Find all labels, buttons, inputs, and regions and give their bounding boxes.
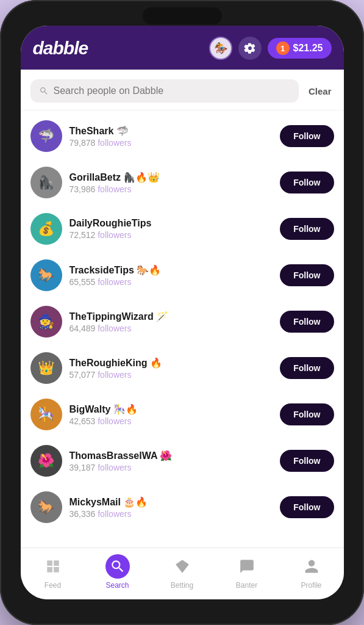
follow-button[interactable]: Follow (280, 450, 334, 472)
bottom-nav: Feed Search Betting Banter Profile (21, 547, 344, 599)
follow-button[interactable]: Follow (280, 125, 334, 147)
avatar: 🦍 (30, 167, 62, 198)
avatar: 💰 (30, 213, 62, 245)
phone-notch (143, 7, 222, 24)
nav-item-profile[interactable]: Profile (279, 554, 344, 590)
followers-label: followers (98, 323, 131, 333)
nav-icon (41, 554, 65, 579)
username: ThomasBrasselWA 🌺 (70, 450, 273, 461)
user-item: 👑 TheRoughieKing 🔥 57,077 followers Foll… (21, 345, 344, 391)
nav-item-betting[interactable]: Betting (150, 554, 215, 590)
nav-icon (299, 554, 324, 579)
user-item: 🦈 TheShark 🦈 79,878 followers Follow (21, 113, 344, 159)
user-item: 🌺 ThomasBrasselWA 🌺 39,187 followers Fol… (21, 438, 344, 484)
nav-label: Search (105, 581, 129, 590)
avatar: 🐎 (30, 491, 62, 523)
followers-count: 57,077 followers (70, 370, 273, 380)
follow-button[interactable]: Follow (280, 496, 334, 518)
username: TheRoughieKing 🔥 (70, 357, 273, 369)
user-info: TracksideTips 🐎🔥 65,555 followers (70, 264, 273, 287)
header-right: 🏇 1 $21.25 (209, 37, 332, 60)
search-bar: Clear (21, 70, 344, 110)
followers-label: followers (98, 509, 131, 519)
user-list: 🦈 TheShark 🦈 79,878 followers Follow 🦍 G… (21, 110, 344, 547)
username: TracksideTips 🐎🔥 (70, 264, 273, 276)
main-content: Clear 🦈 TheShark 🦈 79,878 followers Foll… (21, 70, 344, 547)
followers-label: followers (98, 277, 131, 287)
nav-item-feed[interactable]: Feed (21, 554, 85, 590)
header: dabble 🏇 1 $21.25 (21, 26, 344, 70)
nav-label: Feed (45, 581, 61, 590)
wallet-badge: 1 (276, 42, 290, 55)
follow-button[interactable]: Follow (280, 264, 334, 286)
follow-button[interactable]: Follow (280, 172, 334, 193)
nav-label: Profile (301, 581, 321, 590)
search-input[interactable] (54, 85, 290, 96)
avatar: 🐎 (30, 259, 62, 291)
followers-count: 79,878 followers (70, 138, 273, 148)
wallet-amount: $21.25 (293, 43, 323, 54)
user-item: 🧙 TheTippingWizard 🪄 64,489 followers Fo… (21, 298, 344, 345)
user-info: TheShark 🦈 79,878 followers (70, 125, 273, 148)
nav-label: Betting (171, 581, 193, 590)
user-item: 🐎 TracksideTips 🐎🔥 65,555 followers Foll… (21, 252, 344, 298)
followers-count: 72,512 followers (70, 230, 273, 240)
search-icon (39, 86, 49, 96)
clear-button[interactable]: Clear (306, 84, 334, 99)
username: MickysMail 🎂🔥 (70, 496, 273, 508)
avatar: 🌺 (30, 445, 62, 477)
phone-frame: dabble 🏇 1 $21.25 (0, 0, 364, 625)
racing-icon[interactable]: 🏇 (209, 37, 232, 60)
user-info: TheTippingWizard 🪄 64,489 followers (70, 311, 273, 333)
gear-icon (244, 42, 256, 54)
nav-label: Banter (236, 581, 257, 590)
username: GorillaBetz 🦍🔥👑 (70, 172, 273, 183)
phone-screen: dabble 🏇 1 $21.25 (21, 26, 344, 599)
user-item: 🎠 BigWalty 🎠🔥 42,653 followers Follow (21, 391, 344, 438)
user-info: BigWalty 🎠🔥 42,653 followers (70, 403, 273, 426)
logo: dabble (33, 38, 88, 59)
avatar: 👑 (30, 352, 62, 384)
followers-label: followers (98, 138, 131, 148)
followers-label: followers (98, 416, 131, 426)
followers-count: 65,555 followers (70, 277, 273, 287)
avatar: 🦈 (30, 120, 62, 152)
follow-button[interactable]: Follow (280, 218, 334, 240)
nav-item-banter[interactable]: Banter (215, 554, 279, 590)
username: TheTippingWizard 🪄 (70, 311, 273, 322)
wallet-button[interactable]: 1 $21.25 (268, 38, 332, 59)
followers-count: 42,653 followers (70, 416, 273, 426)
followers-count: 73,986 followers (70, 184, 273, 194)
follow-button[interactable]: Follow (280, 403, 334, 425)
user-info: DailyRoughieTips 72,512 followers (70, 218, 273, 240)
user-item: 🐎 MickysMail 🎂🔥 36,336 followers Follow (21, 484, 344, 530)
username: BigWalty 🎠🔥 (70, 403, 273, 415)
followers-label: followers (98, 230, 131, 240)
followers-label: followers (98, 463, 131, 472)
follow-button[interactable]: Follow (280, 311, 334, 333)
followers-count: 36,336 followers (70, 509, 273, 519)
followers-count: 64,489 followers (70, 323, 273, 333)
user-info: ThomasBrasselWA 🌺 39,187 followers (70, 450, 273, 472)
search-input-wrapper (30, 79, 299, 103)
username: TheShark 🦈 (70, 125, 273, 137)
nav-item-search[interactable]: Search (85, 554, 150, 590)
followers-label: followers (98, 370, 131, 380)
user-info: GorillaBetz 🦍🔥👑 73,986 followers (70, 172, 273, 194)
nav-icon (170, 554, 194, 579)
nav-icon (105, 554, 130, 579)
followers-label: followers (98, 184, 131, 194)
follow-button[interactable]: Follow (280, 357, 334, 379)
nav-icon (235, 554, 259, 579)
user-item: 🦍 GorillaBetz 🦍🔥👑 73,986 followers Follo… (21, 159, 344, 206)
user-item: 💰 DailyRoughieTips 72,512 followers Foll… (21, 206, 344, 252)
followers-count: 39,187 followers (70, 463, 273, 472)
username: DailyRoughieTips (70, 218, 273, 229)
avatar: 🎠 (30, 399, 62, 430)
avatar: 🧙 (30, 306, 62, 338)
user-info: TheRoughieKing 🔥 57,077 followers (70, 357, 273, 380)
gear-button[interactable] (238, 37, 262, 60)
user-info: MickysMail 🎂🔥 36,336 followers (70, 496, 273, 519)
